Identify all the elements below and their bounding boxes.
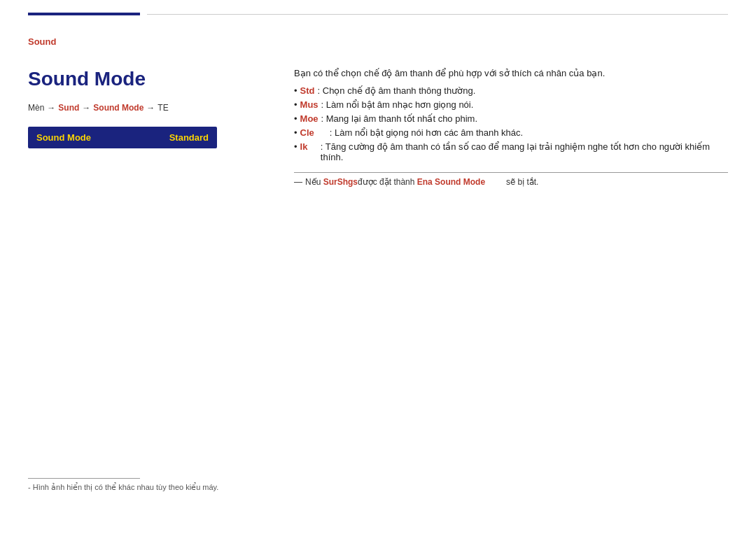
item-highlight-3: Moe: [300, 113, 318, 124]
list-item: Mus : Làm nổi bật âm nhạc hơn giọng nói.: [294, 99, 728, 110]
footer-divider: [28, 478, 140, 479]
desc-intro: Bạn có thể chọn chế độ âm thanh để phù h…: [294, 68, 728, 78]
item-text-1: : Chọn chế độ âm thanh thông thường.: [318, 85, 476, 96]
nav-arrow-2: →: [82, 103, 90, 113]
menu-item-value: Standard: [169, 132, 209, 143]
left-panel: Sound Mode Mèn → Sund → Sound Mode → ΤΕ …: [28, 68, 266, 187]
list-item: Ik : Tăng cường độ âm thanh có tần số ca…: [294, 141, 728, 162]
item-text-3: : Mang lại âm thanh tốt nhất cho phim.: [321, 113, 477, 124]
nav-sound: Sund: [58, 103, 79, 113]
right-panel: Bạn có thể chọn chế độ âm thanh để phù h…: [294, 68, 728, 187]
header-divider-line: [147, 14, 728, 15]
list-item: Moe : Mang lại âm thanh tốt nhất cho phi…: [294, 113, 728, 124]
note-line: Nếu SurShgsđược đặt thành Ena Sound Mode…: [294, 172, 728, 187]
page-title: Sound Mode: [28, 68, 266, 90]
nav-end: ΤΕ: [158, 103, 168, 113]
menu-item-row[interactable]: Sound Mode Standard: [28, 127, 217, 148]
nav-arrow-1: →: [47, 103, 55, 113]
note-highlight-2: Ena Sound Mode: [417, 177, 485, 187]
item-text-2: : Làm nổi bật âm nhạc hơn giọng nói.: [321, 99, 474, 110]
desc-list: Std : Chọn chế độ âm thanh thông thường.…: [294, 85, 728, 162]
list-item: Cle : Làm nổi bật giọng nói hơn các âm t…: [294, 127, 728, 138]
item-highlight-1: Std: [300, 85, 315, 96]
item-text-5: : Tăng cường độ âm thanh có tần số cao đ…: [321, 141, 728, 162]
menu-item-label: Sound Mode: [36, 132, 91, 143]
breadcrumb-area: Sound: [0, 15, 756, 47]
item-text-4: : Làm nổi bật giọng nói hơn các âm thanh…: [330, 127, 523, 138]
nav-sound-mode: Sound Mode: [93, 103, 144, 113]
list-item: Std : Chọn chế độ âm thanh thông thường.: [294, 85, 728, 96]
header-bar: [0, 0, 756, 15]
nav-arrow-3: →: [146, 103, 155, 113]
note-highlight-1: SurShgs: [323, 177, 358, 187]
footer: Hình ảnh hiển thị có thể khác nhau tùy t…: [28, 478, 728, 492]
footer-note: Hình ảnh hiển thị có thể khác nhau tùy t…: [28, 483, 728, 492]
breadcrumb-sound: Sound: [28, 36, 56, 47]
note-text: Nếu SurShgsđược đặt thành Ena Sound Mode…: [305, 177, 538, 187]
item-highlight-2: Mus: [300, 99, 318, 110]
header-accent-line: [28, 13, 140, 15]
item-highlight-5: Ik: [300, 141, 318, 152]
item-highlight-4: Cle: [300, 127, 327, 138]
nav-breadcrumb: Mèn → Sund → Sound Mode → ΤΕ: [28, 103, 266, 113]
nav-main: Mèn: [28, 103, 44, 113]
main-content: Sound Mode Mèn → Sund → Sound Mode → ΤΕ …: [0, 47, 756, 187]
